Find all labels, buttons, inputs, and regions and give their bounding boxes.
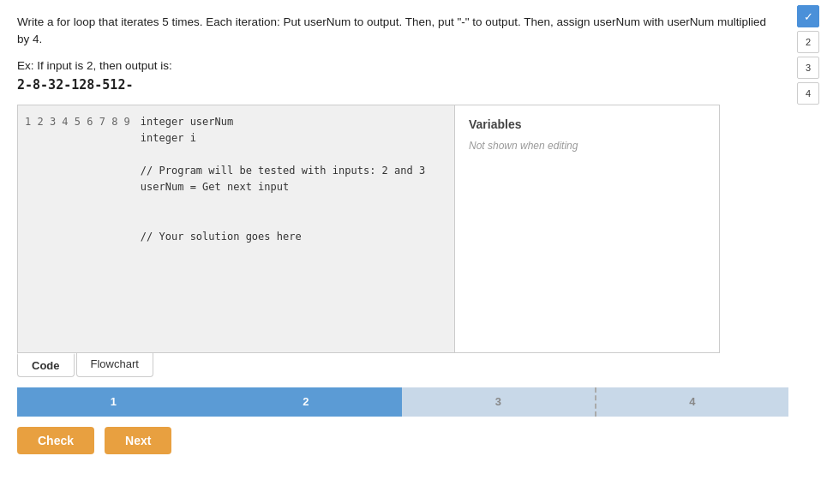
editor-area: 1 2 3 4 5 6 7 8 9 integer userNum intege… — [17, 105, 720, 353]
progress-segment-1[interactable]: 1 — [17, 387, 210, 417]
checkmark-icon: ✓ — [804, 10, 813, 23]
tabs-row: Code Flowchart — [17, 353, 720, 377]
variables-title: Variables — [469, 117, 705, 131]
tab-flowchart[interactable]: Flowchart — [76, 353, 153, 377]
tab-code[interactable]: Code — [17, 353, 75, 377]
line-numbers: 1 2 3 4 5 6 7 8 9 — [18, 105, 135, 352]
instructions-text: Write a for loop that iterates 5 times. … — [17, 14, 780, 49]
right-panel-item-4[interactable]: 4 — [797, 82, 819, 105]
right-panel-item-3[interactable]: 3 — [797, 57, 819, 79]
example-output: 2-8-32-128-512- — [17, 77, 780, 93]
progress-segment-2[interactable]: 2 — [210, 387, 403, 417]
right-panel: ✓234 — [795, 0, 821, 504]
progress-bar: 1234 — [17, 387, 788, 417]
right-panel-item-2[interactable]: 2 — [797, 31, 819, 53]
example-label: Ex: If input is 2, then output is: — [17, 59, 780, 72]
variables-subtitle: Not shown when editing — [469, 140, 705, 152]
variables-panel: Variables Not shown when editing — [455, 105, 719, 352]
code-panel[interactable]: 1 2 3 4 5 6 7 8 9 integer userNum intege… — [18, 105, 455, 352]
code-content[interactable]: integer userNum integer i // Program wil… — [135, 105, 454, 352]
right-panel-item-1[interactable]: ✓ — [797, 5, 819, 27]
bottom-buttons: Check Next — [17, 427, 780, 454]
progress-segment-4[interactable]: 4 — [595, 387, 789, 417]
check-button[interactable]: Check — [17, 427, 94, 454]
progress-segment-3[interactable]: 3 — [402, 387, 595, 417]
next-button[interactable]: Next — [105, 427, 171, 454]
